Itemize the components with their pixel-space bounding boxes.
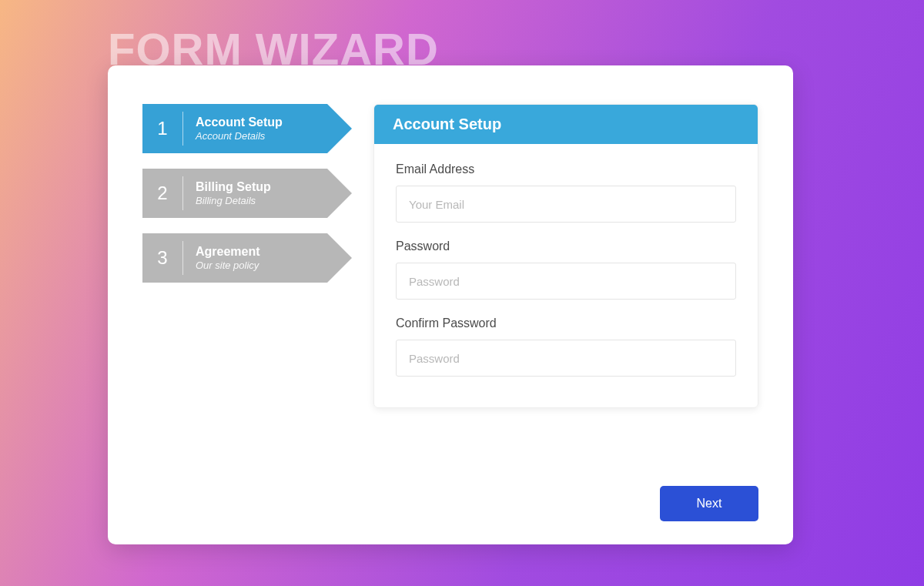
confirm-password-label: Confirm Password [396, 316, 736, 330]
wizard-actions: Next [660, 486, 758, 521]
step-account-setup[interactable]: 1 Account Setup Account Details [142, 104, 327, 153]
form-panel-column: Account Setup Email Address Password Con… [373, 104, 758, 408]
chevron-right-icon [327, 169, 352, 218]
chevron-right-icon [327, 104, 352, 153]
field-confirm-password: Confirm Password [396, 316, 736, 377]
panel-title: Account Setup [374, 105, 758, 144]
confirm-password-input[interactable] [396, 340, 736, 377]
step-billing-setup[interactable]: 2 Billing Setup Billing Details [142, 169, 327, 218]
step-number: 3 [142, 247, 182, 269]
step-subtitle: Account Details [196, 130, 283, 142]
step-subtitle: Billing Details [196, 195, 271, 207]
field-email: Email Address [396, 162, 736, 223]
step-subtitle: Our site policy [196, 260, 260, 272]
step-number: 1 [142, 118, 182, 139]
step-label: Account Setup [196, 115, 283, 130]
steps-nav: 1 Account Setup Account Details 2 Billin… [142, 104, 327, 408]
email-input[interactable] [396, 186, 736, 223]
email-label: Email Address [396, 162, 736, 176]
form-panel: Account Setup Email Address Password Con… [373, 104, 758, 408]
password-label: Password [396, 239, 736, 253]
password-input[interactable] [396, 263, 736, 300]
step-label: Billing Setup [196, 179, 271, 195]
next-button[interactable]: Next [660, 486, 758, 521]
field-password: Password [396, 239, 736, 300]
step-agreement[interactable]: 3 Agreement Our site policy [142, 233, 327, 283]
chevron-right-icon [327, 233, 352, 283]
wizard-card: 1 Account Setup Account Details 2 Billin… [108, 65, 793, 544]
step-label: Agreement [196, 244, 260, 260]
step-number: 2 [142, 182, 182, 204]
